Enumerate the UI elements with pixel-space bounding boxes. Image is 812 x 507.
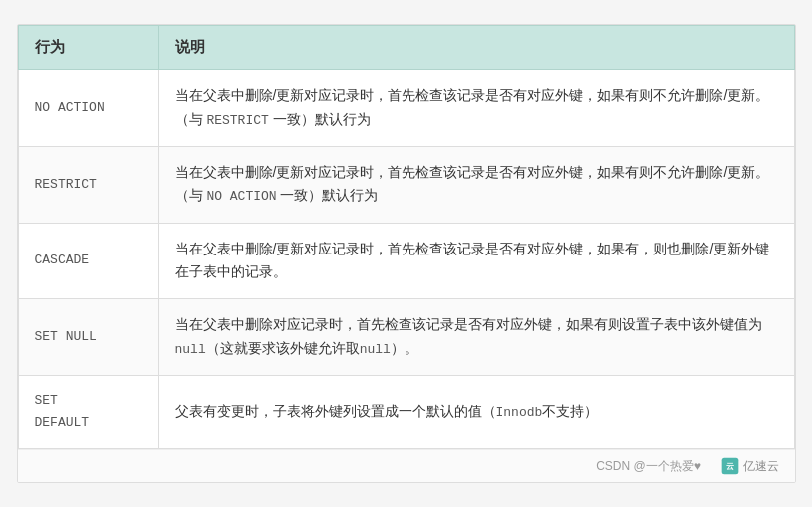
yisu-logo: 云 亿速云 xyxy=(720,456,779,476)
page-footer: CSDN @一个热爱♥ 云 亿速云 xyxy=(18,449,795,482)
table-row: SET NULL当在父表中删除对应记录时，首先检查该记录是否有对应外键，如果有则… xyxy=(18,299,794,376)
desc-cell: 当在父表中删除/更新对应记录时，首先检查该记录是否有对应外键，如果有则不允许删除… xyxy=(158,69,794,146)
footer-logo: CSDN @一个热爱♥ 云 亿速云 xyxy=(596,456,778,476)
yisu-icon: 云 xyxy=(720,456,740,476)
table-row: SET DEFAULT父表有变更时，子表将外键列设置成一个默认的值（Innodb… xyxy=(18,376,794,449)
svg-text:云: 云 xyxy=(726,462,734,472)
table-header-row: 行为 说明 xyxy=(18,25,794,69)
table-row: CASCADE当在父表中删除/更新对应记录时，首先检查该记录是否有对应外键，如果… xyxy=(18,223,794,299)
table-row: NO ACTION当在父表中删除/更新对应记录时，首先检查该记录是否有对应外键，… xyxy=(18,69,794,146)
desc-cell: 当在父表中删除/更新对应记录时，首先检查该记录是否有对应外键，如果有则不允许删除… xyxy=(158,146,794,223)
action-cell: SET DEFAULT xyxy=(18,376,158,449)
action-cell: NO ACTION xyxy=(18,69,158,146)
header-action: 行为 xyxy=(18,25,158,69)
desc-cell: 父表有变更时，子表将外键列设置成一个默认的值（Innodb不支持） xyxy=(158,376,794,449)
desc-cell: 当在父表中删除对应记录时，首先检查该记录是否有对应外键，如果有则设置子表中该外键… xyxy=(158,299,794,376)
action-cell: CASCADE xyxy=(18,223,158,299)
action-cell: RESTRICT xyxy=(18,146,158,223)
csdn-label: CSDN @一个热爱♥ xyxy=(596,458,701,475)
table-row: RESTRICT当在父表中删除/更新对应记录时，首先检查该记录是否有对应外键，如… xyxy=(18,146,794,223)
main-container: 行为 说明 NO ACTION当在父表中删除/更新对应记录时，首先检查该记录是否… xyxy=(17,24,796,483)
foreign-key-table: 行为 说明 NO ACTION当在父表中删除/更新对应记录时，首先检查该记录是否… xyxy=(18,25,795,449)
desc-cell: 当在父表中删除/更新对应记录时，首先检查该记录是否有对应外键，如果有，则也删除/… xyxy=(158,223,794,299)
header-desc: 说明 xyxy=(158,25,794,69)
action-cell: SET NULL xyxy=(18,299,158,376)
